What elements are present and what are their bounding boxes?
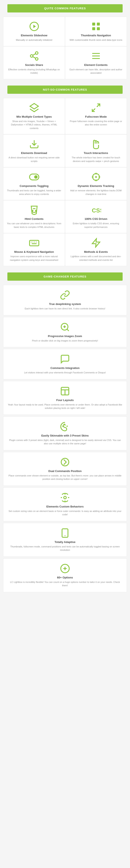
section-header-gamechanger: GAME-CHANGER FEATURES	[7, 273, 123, 281]
feature-card-single: Four Layouts Yeah: four layout ready to …	[3, 381, 127, 415]
feature-card-single: True deeplinking system Each lightbox it…	[3, 285, 127, 315]
feature-desc: Let visitors interact with your elements…	[24, 371, 106, 374]
css-icon	[91, 205, 101, 215]
layout-icon	[60, 386, 70, 396]
feature-title: Totally Adaptive	[55, 540, 75, 544]
link-icon	[60, 290, 70, 300]
feature-desc: Place commands over shown element or out…	[8, 474, 122, 481]
uncommon-features-grid: Mix Multiple Content Types Show and mix …	[0, 96, 130, 269]
feature-title: Element Contents	[84, 63, 108, 66]
feature-card: Html Contents You can use whatever you n…	[3, 200, 65, 233]
feature-title: 100% CSS Driven	[85, 217, 107, 220]
feature-title: Methods & Events	[84, 250, 108, 253]
feature-title: Progressive Images Zoom	[48, 335, 82, 338]
gamechanger-features-list: True deeplinking system Each lightbox it…	[0, 283, 130, 596]
feature-title: Fullscreen Mode	[85, 115, 107, 118]
feature-title: Elements Custom Behaviors	[46, 505, 84, 508]
adaptive-icon	[60, 528, 70, 538]
feature-card-single: Totally Adaptive Thumbnails, fullscreen …	[3, 523, 127, 557]
feature-card: Elements Download A direct download butt…	[3, 134, 65, 167]
feature-desc: Each lightbox item can have its own dire…	[25, 307, 105, 310]
feature-title: Touch Interactions	[84, 151, 108, 155]
feature-card: Elements Slideshow Manually or automatic…	[3, 17, 65, 46]
feature-desc: Set custom sizing rules on an element ba…	[8, 509, 122, 516]
feature-card: Components Toggling Thumbnails and texts…	[3, 167, 65, 200]
skin-icon	[60, 421, 70, 432]
feature-desc: Add or remove elements: the lightbox tra…	[68, 189, 124, 196]
keyboard-icon	[29, 238, 39, 248]
play-icon	[29, 21, 39, 32]
layers-icon	[29, 102, 39, 113]
feature-title: Elements Download	[21, 151, 47, 155]
feature-desc: Each element can have title, description…	[68, 68, 124, 75]
feature-desc: Proper fullscreen mode covering the enti…	[68, 120, 124, 126]
feature-desc: Thumbnails and texts can be toggled, hav…	[6, 189, 62, 196]
feature-card: Socials Share Effective contents sharing…	[3, 46, 65, 79]
feature-desc: LC Lightbox is incredibly flexible! You …	[8, 580, 122, 587]
feature-desc: A direct download button not requiring s…	[6, 156, 62, 163]
feature-desc: Manually or automatically initialized	[16, 38, 52, 42]
list-icon	[91, 51, 101, 61]
feature-title: Mouse & Keyboard Navigation	[14, 250, 54, 253]
feature-card: Mouse & Keyboard Navigation Improve user…	[3, 233, 65, 266]
events-icon	[91, 238, 101, 248]
feature-card: 100% CSS Driven Entire lightbox is total…	[65, 200, 127, 233]
feature-desc: Entire lightbox is totally CSS driven, e…	[68, 222, 124, 229]
feature-desc: You can use whatever you need in descrip…	[6, 222, 62, 229]
feature-desc: The whole interface has been created for…	[68, 156, 124, 163]
feature-desc: Show and mix images, Youtube + Vimeo + D…	[6, 120, 62, 130]
feature-title: Html Contents	[25, 217, 43, 220]
feature-card: Element Contents Each element can have t…	[65, 46, 127, 79]
feature-card-single: Comments Integration Let visitors intera…	[3, 349, 127, 379]
feature-title: Easily Skinnable with 3 Preset Skins	[41, 434, 89, 437]
section-header-uncommon: NOT-SO-COMMON FEATURES	[7, 86, 123, 94]
feature-card-single: Easily Skinnable with 3 Preset Skins Plu…	[3, 416, 127, 450]
feature-title: 60+ Options	[57, 576, 73, 579]
toggle-icon	[29, 172, 39, 182]
feature-desc: With customizable thumb sizes and data-t…	[69, 38, 122, 42]
feature-desc: Pinch or double click on big images to z…	[32, 339, 98, 343]
feature-title: Four Layouts	[56, 399, 74, 402]
feature-card-single: Progressive Images Zoom Pinch or double …	[3, 317, 127, 347]
feature-card: Fullscreen Mode Proper fullscreen mode c…	[65, 98, 127, 134]
feature-card: Touch Interactions The whole interface h…	[65, 134, 127, 167]
feature-desc: Plugin comes with 3 preset skins (light,…	[8, 438, 122, 445]
feature-card-single: 60+ Options LC Lightbox is incredibly fl…	[3, 558, 127, 592]
feature-title: Comments Integration	[51, 366, 79, 370]
feature-card-single: Elements Custom Behaviors Set custom siz…	[3, 488, 127, 521]
feature-title: Socials Share	[25, 63, 43, 66]
options-icon	[60, 563, 70, 574]
custom-icon	[60, 492, 70, 503]
feature-title: Thumbnails Navigation	[81, 34, 111, 37]
feature-card-single: Dual Commands Position Place commands ov…	[3, 452, 127, 486]
fullscreen-icon	[91, 102, 101, 113]
track-icon	[91, 172, 101, 182]
feature-desc: Lightbox comes with a well documented an…	[68, 255, 124, 262]
feature-card: Dynamic Elements Tracking Add or remove …	[65, 167, 127, 200]
common-features-grid: Elements Slideshow Manually or automatic…	[0, 14, 130, 81]
feature-desc: Improve users-experience with a more nat…	[6, 255, 62, 262]
download-icon	[29, 139, 39, 149]
feature-title: Dynamic Elements Tracking	[78, 184, 114, 188]
feature-card: Thumbnails Navigation With customizable …	[65, 17, 127, 46]
grid-icon	[91, 21, 101, 32]
touch-icon	[91, 139, 101, 149]
comment-icon	[60, 354, 70, 364]
feature-desc: Thumbnails, fullscreen mode, command pos…	[8, 545, 122, 552]
feature-card: Mix Multiple Content Types Show and mix …	[3, 98, 65, 134]
feature-title: Mix Multiple Content Types	[17, 115, 52, 118]
section-header-common: QUITE COMMON FEATURES	[7, 4, 123, 12]
feature-title: True deeplinking system	[49, 303, 81, 306]
feature-desc: Effective contents sharing (including Wh…	[6, 68, 62, 75]
feature-desc: Yeah: four layout ready to be used. Plac…	[8, 403, 122, 410]
feature-title: Dual Commands Position	[48, 469, 82, 473]
feature-title: Components Toggling	[20, 184, 48, 188]
feature-title: Elements Slideshow	[21, 34, 47, 37]
zoom-icon	[60, 322, 70, 333]
dual-icon	[60, 457, 70, 467]
html-icon	[29, 205, 39, 215]
feature-card: Methods & Events Lightbox comes with a w…	[65, 233, 127, 266]
share-icon	[29, 51, 39, 61]
